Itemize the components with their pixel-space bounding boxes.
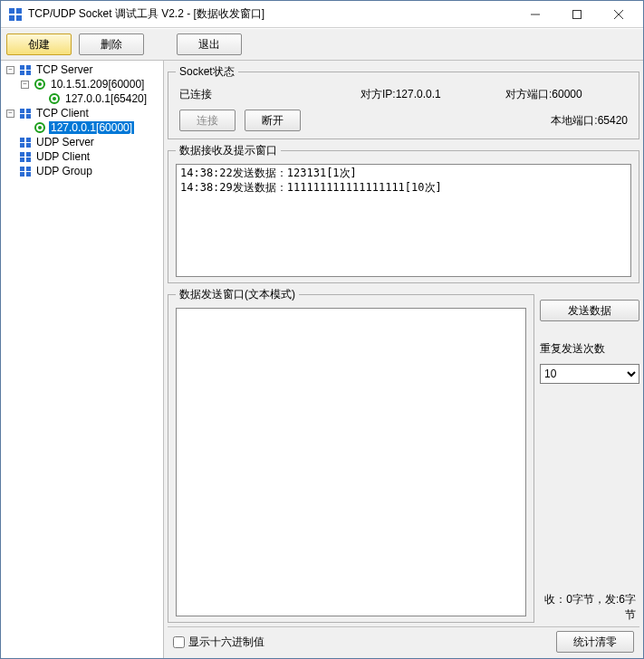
connection-state: 已连接 — [179, 87, 360, 102]
reset-counter-button[interactable]: 统计清零 — [556, 631, 634, 653]
collapse-icon[interactable]: − — [6, 66, 14, 74]
receive-log[interactable]: 14:38:22发送数据：123131[1次] 14:38:29发送数据：111… — [176, 164, 631, 277]
svg-rect-25 — [26, 143, 31, 148]
tree-label: UDP Client — [34, 150, 91, 163]
window-title: TCP/UDP Socket 调试工具 V2.2 - [数据收发窗口] — [28, 6, 514, 22]
maximize-button[interactable] — [556, 2, 598, 27]
svg-rect-24 — [20, 143, 24, 148]
endpoint-icon — [34, 121, 46, 134]
endpoint-icon — [48, 92, 61, 105]
tree-label: TCP Client — [34, 107, 91, 119]
socket-status-group: Socket状态 已连接 对方IP:127.0.0.1 对方端口:60000 连… — [168, 64, 639, 139]
rx-tx-counter: 收：0字节，发:6字节 — [540, 592, 639, 623]
tree-udp-group[interactable]: UDP Group — [5, 164, 163, 178]
connection-tree[interactable]: − TCP Server − 10.1.51.209[60000] 127.0.… — [1, 61, 164, 658]
collapse-icon[interactable]: − — [6, 110, 14, 118]
send-group: 数据发送窗口(文本模式) — [168, 287, 534, 623]
tree-label: 10.1.51.209[60000] — [49, 78, 146, 91]
hex-checkbox[interactable]: 显示十六进制值 — [173, 635, 264, 650]
disconnect-button[interactable]: 断开 — [245, 110, 301, 131]
svg-rect-1 — [16, 8, 22, 14]
client-icon — [19, 150, 32, 163]
svg-rect-18 — [20, 114, 24, 119]
send-group-title: 数据发送窗口(文本模式) — [176, 287, 299, 302]
svg-point-21 — [38, 126, 42, 129]
server-icon — [19, 63, 32, 76]
tree-udp-server[interactable]: UDP Server — [5, 135, 163, 149]
svg-rect-2 — [9, 15, 14, 21]
exit-button[interactable]: 退出 — [177, 33, 242, 55]
peer-ip: 对方IP:127.0.0.1 — [360, 87, 505, 102]
tree-server-client[interactable]: 127.0.0.1[65420] — [5, 91, 163, 106]
svg-rect-0 — [9, 8, 14, 14]
group-icon — [19, 165, 32, 177]
svg-rect-5 — [573, 10, 582, 18]
receive-log-title: 数据接收及提示窗口 — [176, 143, 281, 158]
svg-rect-16 — [20, 109, 24, 113]
svg-point-13 — [38, 82, 42, 86]
svg-rect-8 — [20, 65, 24, 70]
collapse-icon[interactable]: − — [21, 81, 29, 89]
local-port: 本地端口:65420 — [551, 113, 628, 129]
svg-rect-10 — [20, 71, 24, 75]
listen-icon — [34, 78, 46, 91]
send-textarea[interactable] — [176, 308, 526, 616]
svg-rect-30 — [20, 167, 24, 171]
svg-rect-9 — [26, 65, 31, 70]
repeat-count-select[interactable]: 10 — [540, 364, 639, 384]
hex-checkbox-label: 显示十六进制值 — [188, 635, 264, 650]
svg-point-15 — [53, 97, 56, 100]
close-button[interactable] — [598, 2, 639, 27]
svg-rect-17 — [26, 109, 31, 113]
peer-port: 对方端口:60000 — [505, 87, 623, 102]
delete-button[interactable]: 删除 — [79, 33, 144, 55]
send-button[interactable]: 发送数据 — [540, 300, 639, 321]
tree-server-node[interactable]: − 10.1.51.209[60000] — [5, 77, 163, 91]
svg-rect-33 — [26, 172, 31, 177]
svg-rect-28 — [20, 158, 24, 162]
connect-button[interactable]: 连接 — [179, 110, 235, 131]
svg-rect-31 — [26, 167, 31, 171]
socket-status-title: Socket状态 — [176, 64, 238, 80]
tree-tcp-client[interactable]: − TCP Client — [5, 106, 163, 120]
tree-label: 127.0.0.1[60000] — [49, 121, 134, 134]
svg-rect-19 — [26, 114, 31, 119]
tree-label: UDP Server — [34, 136, 96, 148]
tree-tcp-server[interactable]: − TCP Server — [5, 62, 163, 77]
svg-rect-29 — [26, 158, 31, 162]
receive-log-group: 数据接收及提示窗口 14:38:22发送数据：123131[1次] 14:38:… — [168, 143, 639, 283]
svg-rect-22 — [20, 138, 24, 142]
svg-rect-32 — [20, 172, 24, 177]
svg-rect-26 — [20, 152, 24, 157]
minimize-button[interactable] — [514, 2, 556, 27]
app-icon — [8, 7, 23, 22]
client-icon — [19, 107, 32, 119]
svg-rect-11 — [26, 71, 31, 75]
tree-label: TCP Server — [34, 63, 94, 76]
tree-label: UDP Group — [34, 165, 94, 177]
tree-udp-client[interactable]: UDP Client — [5, 149, 163, 164]
create-button[interactable]: 创建 — [6, 33, 72, 55]
svg-rect-27 — [26, 152, 31, 157]
tree-label: 127.0.0.1[65420] — [63, 92, 149, 105]
server-icon — [19, 136, 32, 148]
hex-checkbox-input[interactable] — [173, 636, 185, 648]
repeat-label: 重复发送次数 — [540, 341, 639, 357]
tree-client-node-selected[interactable]: 127.0.0.1[60000] — [5, 120, 163, 135]
svg-rect-3 — [16, 15, 22, 21]
svg-rect-23 — [26, 138, 31, 142]
